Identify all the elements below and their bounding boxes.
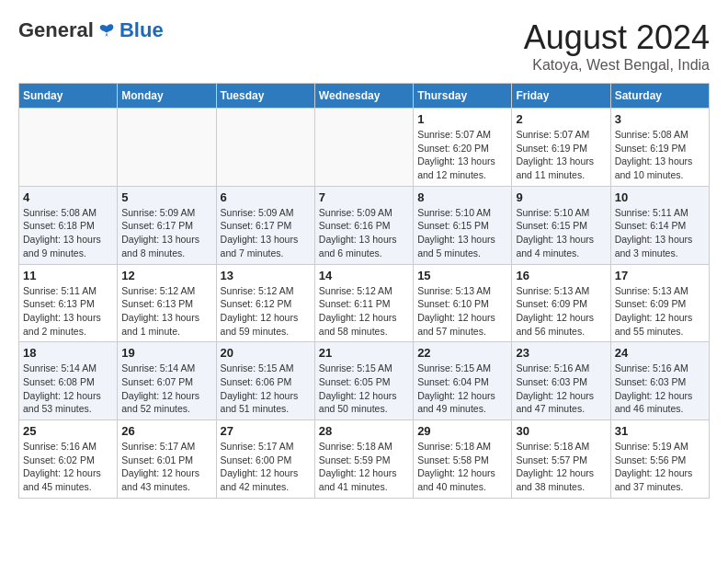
day-number: 30: [516, 424, 606, 438]
location: Katoya, West Bengal, India: [524, 57, 710, 74]
day-info: Sunrise: 5:11 AM Sunset: 6:14 PM Dayligh…: [615, 206, 705, 260]
calendar-cell: [216, 109, 314, 187]
weekday-header-thursday: Thursday: [414, 84, 512, 109]
calendar-cell: 5Sunrise: 5:09 AM Sunset: 6:17 PM Daylig…: [118, 186, 216, 264]
weekday-header-monday: Monday: [118, 84, 216, 109]
day-info: Sunrise: 5:07 AM Sunset: 6:20 PM Dayligh…: [417, 128, 507, 182]
calendar-cell: 18Sunrise: 5:14 AM Sunset: 6:08 PM Dayli…: [19, 342, 118, 420]
day-info: Sunrise: 5:11 AM Sunset: 6:13 PM Dayligh…: [23, 284, 113, 339]
logo-blue: Blue: [119, 18, 164, 42]
calendar-cell: 19Sunrise: 5:14 AM Sunset: 6:07 PM Dayli…: [118, 342, 216, 420]
weekday-header-tuesday: Tuesday: [216, 84, 314, 109]
weekday-header-saturday: Saturday: [610, 84, 709, 109]
day-number: 31: [615, 424, 705, 438]
day-info: Sunrise: 5:08 AM Sunset: 6:19 PM Dayligh…: [615, 128, 705, 182]
calendar-week-row: 18Sunrise: 5:14 AM Sunset: 6:08 PM Dayli…: [19, 342, 710, 420]
day-number: 8: [417, 190, 507, 204]
day-info: Sunrise: 5:08 AM Sunset: 6:18 PM Dayligh…: [23, 206, 113, 260]
calendar-cell: 1Sunrise: 5:07 AM Sunset: 6:20 PM Daylig…: [414, 109, 512, 187]
day-info: Sunrise: 5:12 AM Sunset: 6:11 PM Dayligh…: [319, 284, 409, 339]
day-info: Sunrise: 5:13 AM Sunset: 6:10 PM Dayligh…: [417, 284, 507, 339]
day-info: Sunrise: 5:15 AM Sunset: 6:04 PM Dayligh…: [417, 362, 507, 416]
calendar-cell: 3Sunrise: 5:08 AM Sunset: 6:19 PM Daylig…: [610, 109, 709, 187]
day-info: Sunrise: 5:09 AM Sunset: 6:17 PM Dayligh…: [221, 206, 311, 260]
calendar-cell: 16Sunrise: 5:13 AM Sunset: 6:09 PM Dayli…: [512, 264, 610, 342]
calendar-cell: 14Sunrise: 5:12 AM Sunset: 6:11 PM Dayli…: [314, 264, 413, 342]
weekday-header-sunday: Sunday: [19, 84, 118, 109]
calendar-week-row: 25Sunrise: 5:16 AM Sunset: 6:02 PM Dayli…: [19, 420, 710, 499]
weekday-header-wednesday: Wednesday: [314, 84, 413, 109]
calendar-cell: [314, 109, 413, 187]
day-info: Sunrise: 5:10 AM Sunset: 6:15 PM Dayligh…: [417, 206, 507, 260]
calendar-cell: 29Sunrise: 5:18 AM Sunset: 5:58 PM Dayli…: [414, 420, 512, 499]
weekday-header-row: SundayMondayTuesdayWednesdayThursdayFrid…: [19, 84, 710, 109]
day-number: 15: [417, 269, 507, 282]
calendar-cell: 31Sunrise: 5:19 AM Sunset: 5:56 PM Dayli…: [610, 420, 709, 499]
day-info: Sunrise: 5:09 AM Sunset: 6:16 PM Dayligh…: [319, 206, 409, 260]
day-number: 28: [319, 424, 409, 438]
day-number: 10: [615, 190, 705, 204]
day-info: Sunrise: 5:09 AM Sunset: 6:17 PM Dayligh…: [121, 206, 211, 260]
day-info: Sunrise: 5:12 AM Sunset: 6:12 PM Dayligh…: [221, 284, 311, 339]
day-number: 24: [615, 346, 705, 360]
day-number: 17: [615, 269, 705, 282]
calendar-cell: 2Sunrise: 5:07 AM Sunset: 6:19 PM Daylig…: [512, 109, 610, 187]
day-number: 11: [23, 269, 113, 282]
calendar-cell: 11Sunrise: 5:11 AM Sunset: 6:13 PM Dayli…: [19, 264, 118, 342]
day-number: 13: [221, 269, 311, 282]
day-number: 21: [319, 346, 409, 360]
day-number: 29: [417, 424, 507, 438]
calendar-cell: 10Sunrise: 5:11 AM Sunset: 6:14 PM Dayli…: [610, 186, 709, 264]
calendar-table: SundayMondayTuesdayWednesdayThursdayFrid…: [18, 83, 710, 499]
calendar-cell: 8Sunrise: 5:10 AM Sunset: 6:15 PM Daylig…: [414, 186, 512, 264]
day-number: 2: [516, 112, 606, 126]
day-number: 19: [121, 346, 211, 360]
calendar-cell: [118, 109, 216, 187]
calendar-cell: 25Sunrise: 5:16 AM Sunset: 6:02 PM Dayli…: [19, 420, 118, 499]
day-number: 27: [221, 424, 311, 438]
day-info: Sunrise: 5:12 AM Sunset: 6:13 PM Dayligh…: [121, 284, 211, 339]
day-info: Sunrise: 5:15 AM Sunset: 6:05 PM Dayligh…: [319, 362, 409, 416]
day-info: Sunrise: 5:14 AM Sunset: 6:08 PM Dayligh…: [23, 362, 113, 416]
day-info: Sunrise: 5:17 AM Sunset: 6:01 PM Dayligh…: [121, 440, 211, 494]
calendar-cell: 9Sunrise: 5:10 AM Sunset: 6:15 PM Daylig…: [512, 186, 610, 264]
day-number: 23: [516, 346, 606, 360]
day-number: 22: [417, 346, 507, 360]
calendar-cell: 27Sunrise: 5:17 AM Sunset: 6:00 PM Dayli…: [216, 420, 314, 499]
calendar-cell: 28Sunrise: 5:18 AM Sunset: 5:59 PM Dayli…: [314, 420, 413, 499]
calendar-cell: 30Sunrise: 5:18 AM Sunset: 5:57 PM Dayli…: [512, 420, 610, 499]
weekday-header-friday: Friday: [512, 84, 610, 109]
calendar-cell: 4Sunrise: 5:08 AM Sunset: 6:18 PM Daylig…: [19, 186, 118, 264]
day-number: 18: [23, 346, 113, 360]
calendar-week-row: 4Sunrise: 5:08 AM Sunset: 6:18 PM Daylig…: [19, 186, 710, 264]
calendar-cell: 12Sunrise: 5:12 AM Sunset: 6:13 PM Dayli…: [118, 264, 216, 342]
day-number: 25: [23, 424, 113, 438]
day-number: 14: [319, 269, 409, 282]
calendar-cell: 22Sunrise: 5:15 AM Sunset: 6:04 PM Dayli…: [414, 342, 512, 420]
day-number: 16: [516, 269, 606, 282]
day-info: Sunrise: 5:16 AM Sunset: 6:03 PM Dayligh…: [516, 362, 606, 416]
day-info: Sunrise: 5:15 AM Sunset: 6:06 PM Dayligh…: [221, 362, 311, 416]
calendar-week-row: 1Sunrise: 5:07 AM Sunset: 6:20 PM Daylig…: [19, 109, 710, 187]
day-number: 4: [23, 190, 113, 204]
calendar-cell: 6Sunrise: 5:09 AM Sunset: 6:17 PM Daylig…: [216, 186, 314, 264]
calendar-cell: 7Sunrise: 5:09 AM Sunset: 6:16 PM Daylig…: [314, 186, 413, 264]
day-number: 7: [319, 190, 409, 204]
title-block: August 2024 Katoya, West Bengal, India: [524, 18, 710, 74]
day-number: 5: [121, 190, 211, 204]
day-info: Sunrise: 5:10 AM Sunset: 6:15 PM Dayligh…: [516, 206, 606, 260]
day-info: Sunrise: 5:16 AM Sunset: 6:03 PM Dayligh…: [615, 362, 705, 416]
day-number: 20: [221, 346, 311, 360]
day-number: 12: [121, 269, 211, 282]
month-title: August 2024: [524, 18, 710, 57]
day-info: Sunrise: 5:19 AM Sunset: 5:56 PM Dayligh…: [615, 440, 705, 494]
day-info: Sunrise: 5:18 AM Sunset: 5:58 PM Dayligh…: [417, 440, 507, 494]
calendar-cell: 17Sunrise: 5:13 AM Sunset: 6:09 PM Dayli…: [610, 264, 709, 342]
day-info: Sunrise: 5:16 AM Sunset: 6:02 PM Dayligh…: [23, 440, 113, 494]
calendar-cell: 13Sunrise: 5:12 AM Sunset: 6:12 PM Dayli…: [216, 264, 314, 342]
day-info: Sunrise: 5:18 AM Sunset: 5:59 PM Dayligh…: [319, 440, 409, 494]
calendar-cell: [19, 109, 118, 187]
day-info: Sunrise: 5:14 AM Sunset: 6:07 PM Dayligh…: [121, 362, 211, 416]
day-info: Sunrise: 5:13 AM Sunset: 6:09 PM Dayligh…: [516, 284, 606, 339]
day-info: Sunrise: 5:07 AM Sunset: 6:19 PM Dayligh…: [516, 128, 606, 182]
